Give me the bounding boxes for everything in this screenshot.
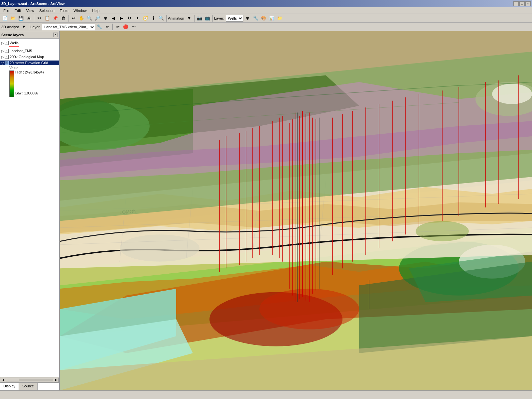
layer-label: Layer: bbox=[214, 16, 224, 20]
close-button[interactable]: × bbox=[525, 1, 531, 6]
open-btn[interactable]: 📂 bbox=[9, 15, 17, 22]
layer-group-landsat: ▷ Landsat_TM5 bbox=[0, 48, 59, 54]
menu-view[interactable]: View bbox=[24, 8, 36, 13]
layer-item-wells[interactable]: ▷ Wells bbox=[0, 41, 59, 45]
extra-btn1[interactable]: 📷 bbox=[196, 15, 203, 22]
new-btn[interactable]: 📄 bbox=[1, 15, 9, 22]
layer-item-geo[interactable]: ▷ 200k Geological Map bbox=[0, 55, 59, 59]
menu-help[interactable]: Help bbox=[90, 8, 101, 13]
paste-btn[interactable]: 📌 bbox=[52, 15, 59, 22]
checkbox-landsat[interactable] bbox=[5, 49, 9, 53]
sep1 bbox=[34, 15, 34, 22]
zoom-out-btn[interactable]: 🔎 bbox=[94, 15, 101, 22]
map-viewport[interactable]: LOMON bbox=[60, 31, 532, 390]
identify-btn[interactable]: ℹ bbox=[150, 15, 157, 22]
draw-btn1[interactable]: ✏ bbox=[114, 23, 121, 31]
sep5 bbox=[212, 15, 213, 22]
layer-btn4[interactable]: 📊 bbox=[268, 15, 275, 22]
layer-group-wells: ▷ Wells bbox=[0, 40, 59, 48]
layer2-btn1[interactable]: 🔧 bbox=[96, 23, 103, 31]
analyst-label: 3D Analyst bbox=[1, 25, 19, 29]
checkbox-wells[interactable] bbox=[5, 41, 9, 45]
window-controls[interactable]: _ □ × bbox=[513, 1, 531, 6]
zoom-prev-btn[interactable]: ◀ bbox=[110, 15, 117, 22]
layer-label-landsat: Landsat_TM5 bbox=[10, 49, 32, 53]
layer-dropdown[interactable]: Wells bbox=[226, 15, 243, 22]
legend-section: Value High : 2420.345947 Low : 1.000066 bbox=[0, 65, 59, 98]
layer-item-landsat[interactable]: ▷ Landsat_TM5 bbox=[0, 49, 59, 53]
delete-btn[interactable]: 🗑 bbox=[60, 15, 67, 22]
layer2-btn2[interactable]: ✏ bbox=[104, 23, 111, 31]
panel-header: Scene layers × bbox=[0, 31, 59, 39]
layer-tree: ▷ Wells ▷ Landsat_TM5 ▷ bbox=[0, 39, 59, 377]
layer-item-elev[interactable]: ▽ 20 meter Elevation Grid bbox=[0, 61, 59, 65]
panel-title: Scene layers bbox=[1, 33, 24, 37]
draw-btn2[interactable]: 🔴 bbox=[122, 23, 129, 31]
status-bar bbox=[0, 390, 532, 399]
layer-group-elev: ▽ 20 meter Elevation Grid Value High : 2… bbox=[0, 60, 59, 99]
wells-symbol bbox=[9, 46, 19, 47]
menu-edit[interactable]: Edit bbox=[13, 8, 23, 13]
find-btn[interactable]: 🔍 bbox=[158, 15, 165, 22]
sep3 bbox=[166, 15, 167, 22]
layer-group-geo: ▷ 200k Geological Map bbox=[0, 54, 59, 60]
sep2 bbox=[68, 15, 68, 22]
checkbox-geo[interactable] bbox=[5, 55, 9, 59]
menu-bar: File Edit View Selection Tools Window He… bbox=[0, 7, 532, 14]
svg-point-18 bbox=[416, 221, 469, 241]
sep6 bbox=[29, 24, 29, 30]
layer-btn1[interactable]: ⊕ bbox=[244, 15, 251, 22]
3d-analyst-toolbar: 3D Analyst ▼ Layer: Landsat_TM5 <dem_20m… bbox=[0, 23, 532, 31]
navigate-btn[interactable]: 🧭 bbox=[142, 15, 149, 22]
maximize-button[interactable]: □ bbox=[519, 1, 525, 6]
scene-svg: LOMON bbox=[60, 31, 532, 390]
legend-title: Value bbox=[9, 66, 58, 70]
legend-low-label: Low : 1.000066 bbox=[15, 91, 44, 95]
copy-btn[interactable]: 📋 bbox=[44, 15, 51, 22]
legend-high-label: High : 2420.345947 bbox=[15, 70, 44, 74]
panel-close-button[interactable]: × bbox=[53, 33, 58, 37]
extra-btn2[interactable]: 📺 bbox=[204, 15, 211, 22]
rotate-btn[interactable]: ↻ bbox=[126, 15, 133, 22]
layer-btn3[interactable]: 🎨 bbox=[260, 15, 267, 22]
scroll-left-btn[interactable]: ◀ bbox=[1, 378, 5, 382]
minimize-button[interactable]: _ bbox=[513, 1, 519, 6]
expand-icon-landsat: ▷ bbox=[1, 49, 4, 53]
scroll-track bbox=[6, 379, 53, 381]
layer2-dropdown[interactable]: Landsat_TM5 <dem_20m_... bbox=[42, 24, 95, 30]
menu-file[interactable]: File bbox=[1, 8, 11, 13]
layer-btn5[interactable]: 📁 bbox=[276, 15, 283, 22]
svg-point-19 bbox=[120, 234, 200, 262]
draw-btn3[interactable]: 〰 bbox=[130, 23, 137, 31]
panel-tabs: Display Source bbox=[0, 382, 59, 390]
zoom-full-btn[interactable]: ⊕ bbox=[102, 15, 109, 22]
svg-point-35 bbox=[492, 84, 532, 104]
save-btn[interactable]: 💾 bbox=[17, 15, 25, 22]
main-layout: Scene layers × ▷ Wells ▷ Landsat_TM5 bbox=[0, 31, 532, 390]
zoom-in-btn[interactable]: 🔍 bbox=[86, 15, 93, 22]
panel-scrollbar[interactable]: ◀ ▶ bbox=[0, 377, 59, 382]
zoom-next-btn[interactable]: ▶ bbox=[118, 15, 125, 22]
window-title: 3D_Layers.sxd - ArcScene - ArcView bbox=[1, 2, 65, 6]
analyst-dropdown-btn[interactable]: ▼ bbox=[20, 23, 28, 31]
scroll-right-btn[interactable]: ▶ bbox=[54, 378, 59, 382]
layer2-label: Layer: bbox=[31, 25, 41, 29]
tab-display[interactable]: Display bbox=[0, 383, 19, 390]
tab-source[interactable]: Source bbox=[19, 383, 38, 390]
print-btn[interactable]: 🖨 bbox=[25, 15, 33, 22]
expand-icon-wells: ▷ bbox=[1, 41, 4, 45]
animation-btn[interactable]: ▼ bbox=[186, 15, 193, 22]
scroll-thumb[interactable] bbox=[6, 379, 19, 381]
undo-btn[interactable]: ↩ bbox=[70, 15, 77, 22]
expand-icon-geo: ▷ bbox=[1, 55, 4, 59]
fly-btn[interactable]: ✈ bbox=[134, 15, 141, 22]
main-toolbar: 📄 📂 💾 🖨 ✂ 📋 📌 🗑 ↩ ✋ 🔍 🔎 ⊕ ◀ ▶ ↻ ✈ 🧭 ℹ 🔍 … bbox=[0, 14, 532, 23]
menu-tools[interactable]: Tools bbox=[58, 8, 70, 13]
pan-btn[interactable]: ✋ bbox=[78, 15, 85, 22]
layer-btn2[interactable]: 🔧 bbox=[252, 15, 259, 22]
cut-btn[interactable]: ✂ bbox=[36, 15, 43, 22]
menu-selection[interactable]: Selection bbox=[37, 8, 56, 13]
left-panel: Scene layers × ▷ Wells ▷ Landsat_TM5 bbox=[0, 31, 60, 390]
menu-window[interactable]: Window bbox=[71, 8, 88, 13]
checkbox-elev[interactable] bbox=[5, 61, 9, 65]
